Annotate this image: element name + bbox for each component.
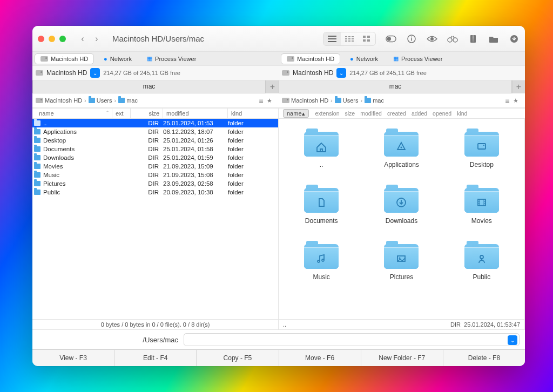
- table-row[interactable]: ApplicationsDIR06.12.2023, 18:07folder: [32, 127, 278, 136]
- grid-item[interactable]: Pictures: [364, 241, 439, 281]
- col-opened[interactable]: opened: [433, 110, 451, 117]
- col-modified[interactable]: modified: [360, 110, 382, 117]
- table-row[interactable]: DownloadsDIR25.01.2024, 01:59folder: [32, 153, 278, 162]
- table-row[interactable]: ..DIR25.01.2024, 01:53folder: [32, 119, 278, 127]
- col-size[interactable]: size: [131, 109, 163, 118]
- fav-macintosh-hd[interactable]: Macintosh HD: [35, 53, 94, 64]
- preview-icon[interactable]: [427, 33, 437, 44]
- pane-tab[interactable]: mac: [32, 80, 266, 93]
- compress-icon[interactable]: [468, 33, 478, 44]
- svg-rect-0: [363, 36, 366, 38]
- folder-icon: [464, 241, 499, 269]
- view-mode-segment: [323, 32, 376, 46]
- delete-button[interactable]: Delete - F8: [443, 350, 525, 366]
- move-button[interactable]: Move - F6: [279, 350, 361, 366]
- grid-item[interactable]: Movies: [444, 185, 519, 225]
- minimize-button[interactable]: [49, 36, 55, 42]
- svg-point-21: [480, 255, 483, 259]
- grid-item[interactable]: Applications: [364, 129, 439, 168]
- table-row[interactable]: DesktopDIR25.01.2024, 01:26folder: [32, 136, 278, 145]
- col-name[interactable]: nameˆ: [32, 109, 112, 118]
- breadcrumb-segment[interactable]: Users: [89, 97, 112, 104]
- folder-icon: [384, 241, 419, 269]
- process-icon: ▦: [147, 55, 152, 62]
- fav-process-viewer[interactable]: ▦Process Viewer: [141, 53, 201, 64]
- grid-item[interactable]: Music: [284, 241, 359, 281]
- breadcrumb-segment[interactable]: mac: [365, 97, 384, 104]
- folder-icon: [89, 98, 95, 103]
- svg-rect-1: [367, 36, 370, 38]
- file-list[interactable]: ..DIR25.01.2024, 01:53folderApplications…: [32, 119, 278, 319]
- view-button[interactable]: View - F3: [32, 350, 114, 366]
- folder-icon: [34, 164, 41, 169]
- binoculars-icon[interactable]: [447, 33, 458, 44]
- view-toggle-icon[interactable]: ≣: [259, 97, 264, 104]
- grid-item[interactable]: ..: [284, 129, 359, 168]
- col-kind[interactable]: kind: [228, 109, 279, 118]
- download-toolbar-icon[interactable]: [509, 33, 520, 44]
- svg-rect-8: [411, 38, 412, 40]
- copy-button[interactable]: Copy - F5: [197, 350, 279, 366]
- folder-icon: [365, 98, 371, 103]
- info-icon[interactable]: [406, 33, 417, 44]
- col-size[interactable]: size: [345, 110, 355, 117]
- grid-item[interactable]: Desktop: [444, 129, 519, 168]
- fav-network[interactable]: ●Network: [345, 54, 383, 64]
- forward-button[interactable]: ›: [90, 32, 104, 45]
- close-button[interactable]: [38, 36, 44, 42]
- grid-view-button[interactable]: [358, 32, 375, 45]
- new-tab-button[interactable]: +: [512, 80, 525, 93]
- new-folder-button[interactable]: New Folder - F7: [361, 350, 443, 366]
- table-row[interactable]: PicturesDIR23.09.2023, 02:58folder: [32, 179, 278, 188]
- folder-icon: [304, 241, 339, 269]
- view-toggle-icon[interactable]: ≣: [505, 97, 510, 104]
- fav-macintosh-hd[interactable]: Macintosh HD: [281, 53, 340, 64]
- col-modified[interactable]: modified: [163, 109, 228, 118]
- pane-tab[interactable]: mac: [279, 80, 512, 93]
- col-extension[interactable]: extension: [315, 110, 340, 117]
- folder-icon: [34, 172, 41, 178]
- table-row[interactable]: MusicDIR21.09.2023, 15:08folder: [32, 171, 278, 179]
- star-icon[interactable]: ★: [513, 97, 518, 104]
- disk-icon: [36, 98, 43, 103]
- tabs-row: mac + mac +: [32, 80, 525, 93]
- function-bar: View - F3 Edit - F4 Copy - F5 Move - F6 …: [32, 349, 525, 366]
- icon-grid[interactable]: ..ApplicationsDesktopDocumentsDownloadsM…: [279, 119, 524, 319]
- grid-item[interactable]: Downloads: [364, 185, 439, 225]
- grid-item-label: Applications: [384, 161, 419, 168]
- path-history-dropdown[interactable]: ⌄: [508, 335, 517, 345]
- grid-item[interactable]: Public: [444, 241, 519, 281]
- fav-process-viewer[interactable]: ▦Process Viewer: [388, 53, 448, 64]
- folder-icon: [34, 155, 41, 160]
- free-space-label: 214,27 GB of 245,11 GB free: [349, 70, 426, 76]
- folder-icon: [464, 185, 499, 213]
- volume-dropdown[interactable]: ⌄: [90, 68, 100, 78]
- columns-view-button[interactable]: [341, 32, 358, 45]
- col-name[interactable]: name ▴: [283, 109, 309, 118]
- folder-icon: [335, 98, 341, 103]
- new-tab-button[interactable]: +: [266, 80, 279, 93]
- fav-network[interactable]: ●Network: [98, 54, 137, 64]
- table-row[interactable]: PublicDIR20.09.2023, 10:38folder: [32, 188, 278, 197]
- col-added[interactable]: added: [412, 110, 427, 117]
- list-view-button[interactable]: [323, 32, 341, 45]
- breadcrumb-segment[interactable]: Macintosh HD: [282, 97, 328, 104]
- breadcrumb-segment[interactable]: mac: [118, 97, 138, 104]
- path-input[interactable]: ⌄: [184, 333, 520, 346]
- col-ext[interactable]: ext: [112, 109, 131, 118]
- star-icon[interactable]: ★: [267, 97, 272, 104]
- table-row[interactable]: MoviesDIR21.09.2023, 15:09folder: [32, 162, 278, 171]
- breadcrumb-segment[interactable]: Users: [335, 97, 359, 104]
- toggle-icon[interactable]: [386, 33, 396, 44]
- status-right: .. DIR 25.01.2024, 01:53:47: [279, 320, 525, 329]
- table-row[interactable]: DocumentsDIR25.01.2024, 01:58folder: [32, 145, 278, 153]
- volume-dropdown[interactable]: ⌄: [336, 68, 346, 78]
- back-button[interactable]: ‹: [76, 32, 90, 45]
- breadcrumb-segment[interactable]: Macintosh HD: [36, 97, 82, 104]
- zoom-button[interactable]: [59, 36, 66, 42]
- col-created[interactable]: created: [387, 110, 406, 117]
- folder-toolbar-icon[interactable]: [488, 33, 499, 44]
- edit-button[interactable]: Edit - F4: [114, 350, 197, 366]
- col-kind[interactable]: kind: [457, 110, 467, 117]
- grid-item[interactable]: Documents: [284, 185, 359, 225]
